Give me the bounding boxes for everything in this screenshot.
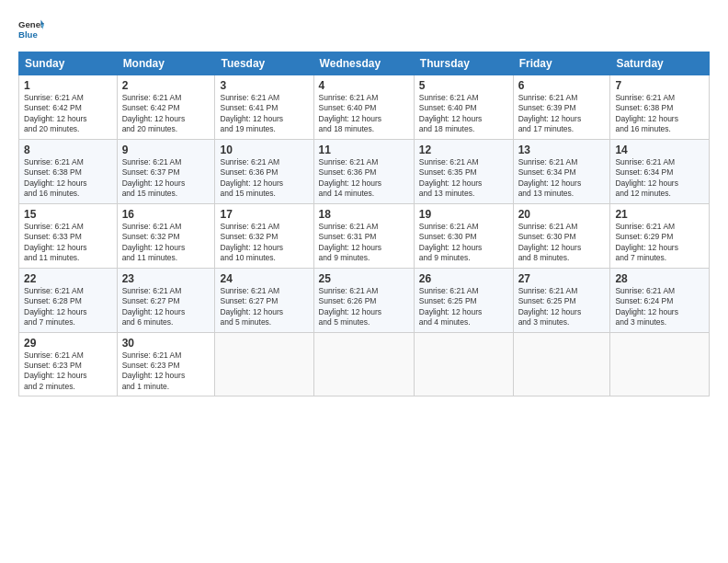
calendar-cell: 14Sunrise: 6:21 AM Sunset: 6:34 PM Dayli…	[610, 139, 710, 203]
col-header-monday: Monday	[117, 52, 215, 75]
day-number: 15	[24, 208, 112, 221]
day-number: 20	[518, 208, 606, 221]
calendar-week-row: 1Sunrise: 6:21 AM Sunset: 6:42 PM Daylig…	[19, 75, 710, 140]
calendar-cell: 28Sunrise: 6:21 AM Sunset: 6:24 PM Dayli…	[610, 268, 710, 332]
day-info: Sunrise: 6:21 AM Sunset: 6:39 PM Dayligh…	[518, 93, 606, 135]
calendar-cell	[215, 332, 313, 396]
calendar-cell: 18Sunrise: 6:21 AM Sunset: 6:31 PM Dayli…	[313, 203, 414, 268]
day-number: 2	[122, 79, 210, 92]
day-number: 1	[24, 79, 112, 92]
col-header-wednesday: Wednesday	[313, 52, 414, 75]
calendar-cell: 21Sunrise: 6:21 AM Sunset: 6:29 PM Dayli…	[610, 203, 710, 268]
day-number: 29	[24, 337, 112, 350]
calendar-cell: 5Sunrise: 6:21 AM Sunset: 6:40 PM Daylig…	[414, 75, 513, 140]
calendar-cell: 2Sunrise: 6:21 AM Sunset: 6:42 PM Daylig…	[117, 75, 215, 140]
day-info: Sunrise: 6:21 AM Sunset: 6:27 PM Dayligh…	[122, 286, 210, 328]
day-info: Sunrise: 6:21 AM Sunset: 6:25 PM Dayligh…	[518, 286, 606, 328]
day-number: 13	[518, 144, 606, 156]
calendar-cell: 19Sunrise: 6:21 AM Sunset: 6:30 PM Dayli…	[414, 203, 513, 268]
logo-icon: General Blue	[18, 17, 44, 42]
day-info: Sunrise: 6:21 AM Sunset: 6:41 PM Dayligh…	[220, 93, 308, 135]
calendar-cell: 22Sunrise: 6:21 AM Sunset: 6:28 PM Dayli…	[19, 268, 118, 332]
calendar-cell: 29Sunrise: 6:21 AM Sunset: 6:23 PM Dayli…	[19, 332, 118, 396]
calendar-cell: 12Sunrise: 6:21 AM Sunset: 6:35 PM Dayli…	[414, 139, 513, 203]
day-number: 4	[319, 79, 409, 92]
col-header-sunday: Sunday	[19, 52, 118, 75]
day-info: Sunrise: 6:21 AM Sunset: 6:34 PM Dayligh…	[518, 157, 606, 200]
day-info: Sunrise: 6:21 AM Sunset: 6:31 PM Dayligh…	[319, 222, 409, 264]
calendar-cell: 25Sunrise: 6:21 AM Sunset: 6:26 PM Dayli…	[313, 268, 414, 332]
calendar-cell: 20Sunrise: 6:21 AM Sunset: 6:30 PM Dayli…	[513, 203, 610, 268]
calendar-cell: 7Sunrise: 6:21 AM Sunset: 6:38 PM Daylig…	[610, 75, 710, 140]
day-info: Sunrise: 6:21 AM Sunset: 6:28 PM Dayligh…	[24, 286, 112, 328]
day-number: 26	[419, 272, 508, 285]
day-info: Sunrise: 6:21 AM Sunset: 6:40 PM Dayligh…	[319, 93, 409, 135]
day-number: 9	[122, 144, 210, 156]
calendar-cell: 15Sunrise: 6:21 AM Sunset: 6:33 PM Dayli…	[19, 203, 118, 268]
calendar-cell: 8Sunrise: 6:21 AM Sunset: 6:38 PM Daylig…	[19, 139, 118, 203]
calendar-week-row: 8Sunrise: 6:21 AM Sunset: 6:38 PM Daylig…	[19, 139, 710, 203]
calendar-cell: 23Sunrise: 6:21 AM Sunset: 6:27 PM Dayli…	[117, 268, 215, 332]
calendar-cell	[513, 332, 610, 396]
day-info: Sunrise: 6:21 AM Sunset: 6:35 PM Dayligh…	[419, 157, 508, 200]
day-info: Sunrise: 6:21 AM Sunset: 6:26 PM Dayligh…	[319, 286, 409, 328]
day-number: 6	[518, 79, 606, 92]
logo: General Blue	[18, 17, 44, 42]
day-number: 10	[220, 144, 308, 156]
calendar-cell: 4Sunrise: 6:21 AM Sunset: 6:40 PM Daylig…	[313, 75, 414, 140]
day-number: 19	[419, 208, 508, 221]
day-info: Sunrise: 6:21 AM Sunset: 6:23 PM Dayligh…	[122, 350, 210, 393]
calendar-cell: 30Sunrise: 6:21 AM Sunset: 6:23 PM Dayli…	[117, 332, 215, 396]
day-number: 22	[24, 272, 112, 285]
svg-text:General: General	[18, 19, 44, 29]
day-info: Sunrise: 6:21 AM Sunset: 6:42 PM Dayligh…	[122, 93, 210, 135]
day-number: 12	[419, 144, 508, 156]
day-number: 5	[419, 79, 508, 92]
day-info: Sunrise: 6:21 AM Sunset: 6:36 PM Dayligh…	[319, 157, 409, 200]
day-info: Sunrise: 6:21 AM Sunset: 6:38 PM Dayligh…	[24, 157, 112, 200]
day-info: Sunrise: 6:21 AM Sunset: 6:24 PM Dayligh…	[615, 286, 704, 328]
day-number: 21	[615, 208, 704, 221]
calendar-header-row: SundayMondayTuesdayWednesdayThursdayFrid…	[19, 52, 710, 75]
day-info: Sunrise: 6:21 AM Sunset: 6:30 PM Dayligh…	[419, 222, 508, 264]
day-info: Sunrise: 6:21 AM Sunset: 6:42 PM Dayligh…	[24, 93, 112, 135]
calendar-cell: 9Sunrise: 6:21 AM Sunset: 6:37 PM Daylig…	[117, 139, 215, 203]
col-header-saturday: Saturday	[610, 52, 710, 75]
calendar-week-row: 29Sunrise: 6:21 AM Sunset: 6:23 PM Dayli…	[19, 332, 710, 396]
calendar-week-row: 15Sunrise: 6:21 AM Sunset: 6:33 PM Dayli…	[19, 203, 710, 268]
calendar-cell: 11Sunrise: 6:21 AM Sunset: 6:36 PM Dayli…	[313, 139, 414, 203]
day-number: 27	[518, 272, 606, 285]
day-number: 14	[615, 144, 704, 156]
calendar-cell: 17Sunrise: 6:21 AM Sunset: 6:32 PM Dayli…	[215, 203, 313, 268]
day-number: 25	[319, 272, 409, 285]
day-info: Sunrise: 6:21 AM Sunset: 6:30 PM Dayligh…	[518, 222, 606, 264]
day-number: 11	[319, 144, 409, 156]
day-number: 18	[319, 208, 409, 221]
calendar-table: SundayMondayTuesdayWednesdayThursdayFrid…	[18, 52, 710, 396]
day-info: Sunrise: 6:21 AM Sunset: 6:32 PM Dayligh…	[220, 222, 308, 264]
calendar-cell	[414, 332, 513, 396]
day-number: 3	[220, 79, 308, 92]
day-info: Sunrise: 6:21 AM Sunset: 6:34 PM Dayligh…	[615, 157, 704, 200]
calendar-cell	[313, 332, 414, 396]
day-number: 7	[615, 79, 704, 92]
calendar-cell	[610, 332, 710, 396]
calendar-week-row: 22Sunrise: 6:21 AM Sunset: 6:28 PM Dayli…	[19, 268, 710, 332]
calendar-cell: 13Sunrise: 6:21 AM Sunset: 6:34 PM Dayli…	[513, 139, 610, 203]
day-info: Sunrise: 6:21 AM Sunset: 6:33 PM Dayligh…	[24, 222, 112, 264]
col-header-friday: Friday	[513, 52, 610, 75]
calendar-cell: 24Sunrise: 6:21 AM Sunset: 6:27 PM Dayli…	[215, 268, 313, 332]
day-info: Sunrise: 6:21 AM Sunset: 6:23 PM Dayligh…	[24, 350, 112, 393]
calendar-cell: 10Sunrise: 6:21 AM Sunset: 6:36 PM Dayli…	[215, 139, 313, 203]
day-info: Sunrise: 6:21 AM Sunset: 6:38 PM Dayligh…	[615, 93, 704, 135]
day-info: Sunrise: 6:21 AM Sunset: 6:36 PM Dayligh…	[220, 157, 308, 200]
day-number: 17	[220, 208, 308, 221]
day-number: 16	[122, 208, 210, 221]
calendar-cell: 6Sunrise: 6:21 AM Sunset: 6:39 PM Daylig…	[513, 75, 610, 140]
svg-text:Blue: Blue	[18, 29, 38, 40]
col-header-thursday: Thursday	[414, 52, 513, 75]
col-header-tuesday: Tuesday	[215, 52, 313, 75]
calendar-cell: 27Sunrise: 6:21 AM Sunset: 6:25 PM Dayli…	[513, 268, 610, 332]
calendar-cell: 3Sunrise: 6:21 AM Sunset: 6:41 PM Daylig…	[215, 75, 313, 140]
day-info: Sunrise: 6:21 AM Sunset: 6:32 PM Dayligh…	[122, 222, 210, 264]
